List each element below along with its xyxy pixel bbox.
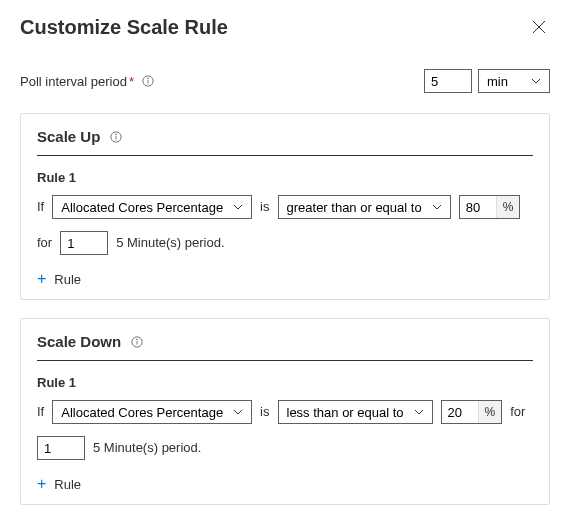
poll-interval-label: Poll interval period* — [20, 74, 134, 89]
scale-up-period-text: 5 Minute(s) period. — [116, 229, 224, 257]
if-text: If — [37, 193, 44, 221]
required-indicator: * — [129, 74, 134, 89]
svg-point-8 — [137, 339, 138, 340]
scale-up-operator-select[interactable]: greater than or equal to — [278, 195, 451, 219]
plus-icon: + — [37, 476, 46, 492]
scale-down-period-text: 5 Minute(s) period. — [93, 434, 201, 462]
svg-point-2 — [148, 78, 149, 79]
close-icon — [532, 20, 546, 34]
scale-down-metric-select[interactable]: Allocated Cores Percentage — [52, 400, 252, 424]
scale-down-rule-label: Rule 1 — [37, 375, 533, 390]
scale-up-threshold-input[interactable] — [460, 196, 496, 218]
scale-down-operator-select[interactable]: less than or equal to — [278, 400, 433, 424]
for-text: for — [510, 398, 525, 426]
scale-up-add-rule-button[interactable]: + Rule — [37, 271, 81, 287]
plus-icon: + — [37, 271, 46, 287]
svg-point-5 — [116, 134, 117, 135]
scale-up-card: Scale Up Rule 1 If Allocated Cores Perce… — [20, 113, 550, 300]
scale-down-add-rule-button[interactable]: + Rule — [37, 476, 81, 492]
poll-unit-select[interactable]: min — [478, 69, 550, 93]
info-icon[interactable] — [142, 75, 154, 87]
chevron-down-icon — [233, 202, 243, 212]
scale-up-title: Scale Up — [37, 128, 100, 145]
close-button[interactable] — [528, 16, 550, 41]
poll-interval-input[interactable] — [424, 69, 472, 93]
scale-up-threshold-input-wrap: % — [459, 195, 521, 219]
scale-up-periods-input[interactable] — [60, 231, 108, 255]
page-title: Customize Scale Rule — [20, 16, 228, 39]
poll-interval-row: Poll interval period* min — [20, 69, 550, 93]
info-icon[interactable] — [110, 131, 122, 143]
for-text: for — [37, 229, 52, 257]
if-text: If — [37, 398, 44, 426]
is-text: is — [260, 398, 269, 426]
chevron-down-icon — [432, 202, 442, 212]
scale-up-metric-select[interactable]: Allocated Cores Percentage — [52, 195, 252, 219]
scale-down-card: Scale Down Rule 1 If Allocated Cores Per… — [20, 318, 550, 505]
chevron-down-icon — [233, 407, 243, 417]
poll-unit-value: min — [487, 74, 508, 89]
info-icon[interactable] — [131, 336, 143, 348]
percent-suffix: % — [478, 401, 502, 423]
scale-down-periods-input[interactable] — [37, 436, 85, 460]
add-rule-label: Rule — [54, 272, 81, 287]
scale-down-threshold-input[interactable] — [442, 401, 478, 423]
add-rule-label: Rule — [54, 477, 81, 492]
scale-up-rule-label: Rule 1 — [37, 170, 533, 185]
scale-down-threshold-input-wrap: % — [441, 400, 503, 424]
scale-down-title: Scale Down — [37, 333, 121, 350]
chevron-down-icon — [414, 407, 424, 417]
chevron-down-icon — [531, 76, 541, 86]
is-text: is — [260, 193, 269, 221]
percent-suffix: % — [496, 196, 520, 218]
